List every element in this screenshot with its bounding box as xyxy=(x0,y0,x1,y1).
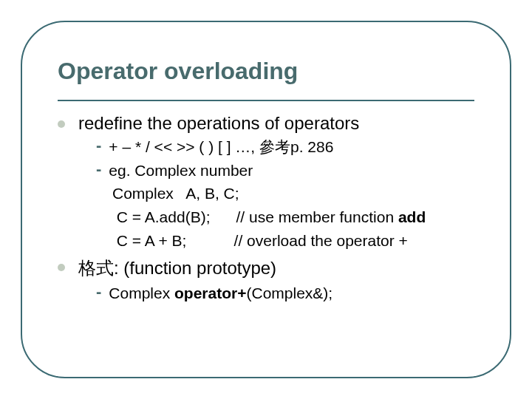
sub-text: Complex operator+(Complex&); xyxy=(109,283,332,304)
code-bold: add xyxy=(398,208,426,225)
sub-example: - eg. Complex number xyxy=(96,160,474,181)
slide-title: Operator overloading xyxy=(58,58,474,89)
proto-post: (Complex&); xyxy=(246,284,332,301)
code-add-member: C = A.add(B); // use member function add xyxy=(112,206,474,228)
bullet-dot-icon xyxy=(58,120,65,128)
code-text: C = A.add(B); // use member function xyxy=(112,208,398,225)
sub-text: eg. Complex number xyxy=(109,160,253,181)
proto-pre: Complex xyxy=(109,284,174,301)
bullet-text: redefine the operations of operators xyxy=(78,113,359,134)
sub-prototype: - Complex operator+(Complex&); xyxy=(96,283,474,304)
sub-text: + – * / << >> ( ) [ ] …, 參考p. 286 xyxy=(109,137,333,157)
dash-icon: - xyxy=(96,137,101,154)
code-add-operator: C = A + B; // overload the operator + xyxy=(112,230,474,252)
code-decl: Complex A, B, C; xyxy=(112,183,474,205)
bullet-text: 格式: (function prototype) xyxy=(78,256,276,280)
sub-operators: - + – * / << >> ( ) [ ] …, 參考p. 286 xyxy=(96,137,474,157)
title-rule xyxy=(58,100,474,101)
proto-bold: operator+ xyxy=(174,284,246,301)
bullet-format: 格式: (function prototype) xyxy=(58,256,474,280)
slide-frame: Operator overloading redefine the operat… xyxy=(21,21,511,378)
bullet-redefine: redefine the operations of operators xyxy=(58,113,474,134)
dash-icon: - xyxy=(96,283,101,301)
dash-icon: - xyxy=(96,160,101,178)
bullet-dot-icon xyxy=(58,264,65,271)
